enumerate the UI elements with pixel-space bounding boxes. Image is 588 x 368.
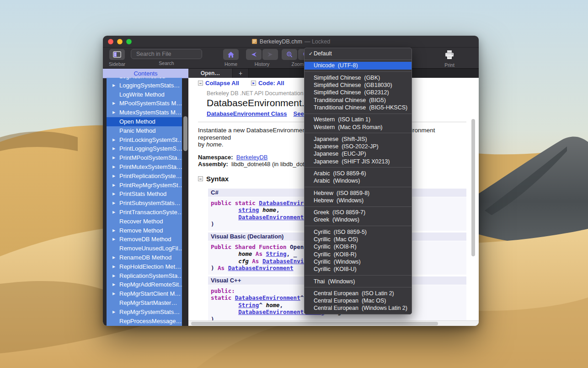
disclosure-triangle-icon[interactable]: ▶ bbox=[112, 208, 115, 217]
titlebar[interactable]: BerkeleyDB.chm — Locked bbox=[103, 36, 479, 48]
disclosure-triangle-icon[interactable]: ▶ bbox=[112, 262, 115, 271]
close-button[interactable] bbox=[108, 39, 113, 44]
print-button[interactable] bbox=[442, 49, 457, 61]
disclosure-triangle-icon[interactable]: ▶ bbox=[112, 108, 115, 117]
disclosure-triangle-icon[interactable]: ▶ bbox=[112, 172, 115, 181]
minimize-button[interactable] bbox=[117, 39, 123, 44]
sidebar-item[interactable]: ▶PrintReplicationSyste… bbox=[107, 172, 182, 181]
sidebar-item[interactable]: ▶RepMgrSystemStats… bbox=[107, 308, 182, 317]
history-back-button[interactable] bbox=[246, 49, 262, 60]
tab-open-method[interactable]: Open… bbox=[188, 69, 233, 78]
disclosure-triangle-icon[interactable]: ▶ bbox=[112, 181, 115, 190]
menu-item[interactable]: Simplified Chinese (GB18030) bbox=[305, 81, 412, 89]
sidebar-item[interactable]: ▶PrintMutexSystemSta… bbox=[107, 162, 182, 172]
sidebar-toggle-button[interactable] bbox=[109, 49, 125, 60]
menu-item[interactable]: Central European (Mac OS) bbox=[305, 297, 412, 304]
code-all-link[interactable]: ▸ Code: All bbox=[251, 80, 284, 87]
sidebar-item[interactable]: Recover Method bbox=[107, 217, 182, 226]
sidebar-item[interactable]: ▶PrintLoggingSystemS… bbox=[107, 144, 182, 153]
disclosure-triangle-icon[interactable]: ▶ bbox=[112, 144, 115, 153]
menu-item[interactable]: Greek (Windows) bbox=[305, 216, 412, 223]
sidebar-item[interactable]: ▶LoggingSystemStats… bbox=[107, 81, 182, 90]
menu-item[interactable]: Greek (ISO 8859-7) bbox=[305, 209, 412, 216]
menu-item[interactable]: Unicode (UTF-8) bbox=[305, 62, 412, 69]
sidebar-item[interactable]: ▶ReplicationSystemSta… bbox=[107, 271, 182, 281]
search-input[interactable] bbox=[135, 50, 211, 58]
menu-item[interactable]: Thai (Windows) bbox=[305, 277, 412, 285]
menu-item[interactable]: Cyrillic (ISO 8859-5) bbox=[305, 228, 412, 236]
sidebar-item[interactable]: ▶PrintSubsystemStats… bbox=[107, 199, 182, 208]
disclosure-triangle-icon[interactable]: ▶ bbox=[112, 99, 115, 108]
menu-item[interactable]: Western (Mac OS Roman) bbox=[305, 123, 412, 130]
disclosure-triangle-icon[interactable]: ▶ bbox=[112, 308, 115, 317]
menu-item[interactable]: Cyrillic (KOI8-R) bbox=[305, 251, 412, 258]
sidebar-item[interactable]: RepMgrStartMaster… bbox=[107, 298, 182, 308]
sidebar-item[interactable]: ▶MutexSystemStats M… bbox=[107, 108, 182, 117]
disclosure-triangle-icon[interactable]: ▶ bbox=[112, 280, 115, 289]
sidebar-scrollbar[interactable] bbox=[183, 116, 187, 151]
sidebar-item[interactable]: LogWrite Method bbox=[107, 90, 182, 99]
menu-item[interactable]: Cyrillic (KOI8-R) bbox=[305, 243, 412, 250]
sidebar-item[interactable]: RemoveUnusedLogFil… bbox=[107, 244, 182, 253]
menu-item[interactable]: Central European (ISO Latin 2) bbox=[305, 290, 412, 297]
sidebar-item[interactable]: ▶LogFlush Method bbox=[107, 78, 182, 81]
menu-item[interactable]: Central European (Windows Latin 2) bbox=[305, 304, 412, 312]
disclosure-triangle-icon[interactable]: ▶ bbox=[112, 78, 115, 81]
disclosure-triangle-icon[interactable]: ▶ bbox=[112, 253, 115, 262]
menu-item[interactable]: Tranditional Chinese (BIG5) bbox=[305, 96, 412, 103]
menu-item[interactable]: Cyrillic (Windows) bbox=[305, 258, 412, 265]
menu-item[interactable]: Japanese (ISO-2022-JP) bbox=[305, 143, 412, 150]
home-button[interactable] bbox=[223, 49, 239, 60]
menu-item[interactable]: Arabic (Windows) bbox=[305, 177, 412, 184]
tab-contents[interactable]: Contents bbox=[103, 69, 188, 78]
new-tab-button[interactable]: + bbox=[233, 69, 249, 78]
sidebar-item[interactable]: ▶RepMgrAddRemoteSit… bbox=[107, 280, 182, 289]
sidebar-item[interactable]: ▶RenameDB Method bbox=[107, 253, 182, 262]
disclosure-triangle-icon[interactable]: ▶ bbox=[112, 153, 115, 162]
sidebar-item[interactable]: ▶PrintStats Method bbox=[107, 189, 182, 199]
namespace-link[interactable]: BerkeleyDB bbox=[236, 154, 268, 161]
zoom-button[interactable] bbox=[126, 39, 132, 44]
sidebar-item[interactable]: ▶PrintRepMgrSystemSt… bbox=[107, 181, 182, 190]
sidebar-item[interactable]: ▶PrintLockingSystemSt… bbox=[107, 135, 182, 145]
menu-item[interactable]: Hebrew (Windows) bbox=[305, 197, 412, 204]
sidebar-item[interactable]: ▶RemoveDB Method bbox=[107, 235, 182, 244]
menu-item[interactable]: Japanese (SHIFT JIS X0213) bbox=[305, 158, 412, 165]
menu-item[interactable]: Japanese (EUC-JP) bbox=[305, 150, 412, 157]
menu-item[interactable]: Cyrillic (Mac OS) bbox=[305, 236, 412, 243]
menu-item[interactable]: Tranditional Chinese (BIG5-HKSCS) bbox=[305, 104, 412, 111]
menu-item[interactable]: Japanese (Shift-JIS) bbox=[305, 135, 412, 143]
disclosure-triangle-icon[interactable]: ▶ bbox=[112, 235, 115, 244]
sidebar-item[interactable]: ▶MPoolSystemStats M… bbox=[107, 99, 182, 108]
sidebar-item[interactable]: Panic Method bbox=[107, 126, 182, 135]
sidebar-item[interactable]: ▶RepMgrStartClient M… bbox=[107, 289, 182, 298]
search-field[interactable] bbox=[131, 49, 202, 59]
menu-item[interactable]: Arabic (ISO 8859-6) bbox=[305, 170, 412, 177]
disclosure-triangle-icon[interactable]: ▶ bbox=[112, 162, 115, 172]
disclosure-triangle-icon[interactable]: ▶ bbox=[112, 271, 115, 281]
menu-item[interactable]: Cyrillic (KOI8-U) bbox=[305, 265, 412, 273]
disclosure-triangle-icon[interactable]: ▶ bbox=[112, 135, 115, 145]
disclosure-triangle-icon[interactable]: ▶ bbox=[112, 189, 115, 199]
sidebar-item[interactable]: Open Method bbox=[107, 117, 182, 126]
scrollbar-thumb[interactable] bbox=[191, 322, 438, 325]
menu-item[interactable]: Hebrew (ISO 8859-8) bbox=[305, 189, 412, 196]
disclosure-triangle-icon[interactable]: ▶ bbox=[112, 199, 115, 208]
history-forward-button[interactable] bbox=[262, 49, 278, 60]
menu-item[interactable]: Simplified Chinese (GBK) bbox=[305, 74, 412, 81]
link-databaseenvironment-class[interactable]: DatabaseEnvironment Class bbox=[207, 110, 287, 117]
content-horizontal-scrollbar[interactable] bbox=[188, 320, 479, 326]
sidebar-item[interactable]: ▶RepHoldElection Met… bbox=[107, 262, 182, 271]
sidebar-item[interactable]: RepProcessMessage… bbox=[107, 317, 182, 326]
menu-item[interactable]: ✓Default bbox=[305, 50, 412, 57]
menu-item[interactable]: Simplified Chinese (GB2312) bbox=[305, 89, 412, 96]
disclosure-triangle-icon[interactable]: ▶ bbox=[112, 226, 115, 235]
sidebar-item[interactable]: ▶PrintMPoolSystemSta… bbox=[107, 153, 182, 162]
collapse-all-link[interactable]: − Collapse All bbox=[198, 80, 239, 87]
syntax-collapse-icon[interactable]: − bbox=[198, 176, 203, 181]
sidebar-item[interactable]: ▶Remove Method bbox=[107, 226, 182, 235]
sidebar-item[interactable]: ▶PrintTransactionSyste… bbox=[107, 208, 182, 217]
content-vertical-scrollbar[interactable] bbox=[471, 119, 475, 256]
zoom-in-button[interactable] bbox=[282, 49, 297, 60]
menu-item[interactable]: Western (ISO Latin 1) bbox=[305, 116, 412, 123]
